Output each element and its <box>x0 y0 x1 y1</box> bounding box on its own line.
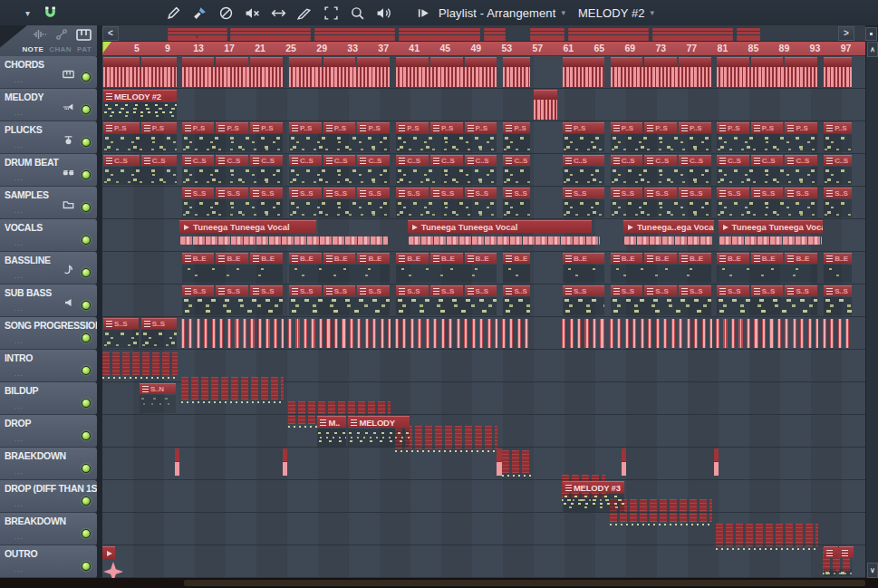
clip-menu-icon[interactable] <box>253 190 259 197</box>
clip-s-s[interactable]: S..SS..SS..S <box>716 188 818 218</box>
slash-icon[interactable] <box>217 5 235 22</box>
clip-menu-icon[interactable] <box>433 158 439 164</box>
clip-menu-icon[interactable] <box>399 158 405 164</box>
clip-b-e[interactable]: B..E <box>562 253 605 284</box>
scroll-up-icon[interactable]: ∧ <box>867 42 878 57</box>
clip-menu-icon[interactable] <box>218 255 225 262</box>
clip-menu-icon[interactable] <box>826 158 833 164</box>
clip-tallstripes[interactable] <box>562 319 605 348</box>
clip-b-e[interactable]: B..EB..EB..E <box>395 253 497 284</box>
clip-star[interactable] <box>102 546 115 577</box>
clip-menu-icon[interactable] <box>826 125 833 131</box>
clip-menu-icon[interactable] <box>106 321 112 327</box>
clip-menu-icon[interactable] <box>185 158 191 164</box>
clip-menu-icon[interactable] <box>565 125 572 131</box>
clip-c-s[interactable]: C..S <box>502 155 530 186</box>
track-breakdown[interactable]: BREAKDOWN... <box>0 513 97 545</box>
playlist-speaker-icon[interactable] <box>416 5 431 21</box>
clip-menu-icon[interactable] <box>433 190 439 197</box>
clip-menu-icon[interactable] <box>326 158 333 164</box>
clip-menu-icon[interactable] <box>787 190 794 197</box>
clip-menu-icon[interactable] <box>360 255 366 262</box>
clip-stripes[interactable] <box>288 57 391 88</box>
clip-menu-icon[interactable] <box>144 321 150 327</box>
clip-menu-icon[interactable] <box>506 158 512 164</box>
waveform-icon[interactable] <box>33 28 47 44</box>
overview-scroll-strip[interactable]: < > <box>102 25 865 42</box>
view-dropdown-caret-icon[interactable]: ▾ <box>561 8 565 17</box>
snap-magnet-icon[interactable] <box>43 5 58 21</box>
track-chords[interactable]: CHORDS... <box>0 56 97 89</box>
grid-row-braekdown[interactable] <box>102 448 865 480</box>
clip-menu-icon[interactable] <box>681 125 688 131</box>
clip-s-s[interactable]: S..S <box>102 318 140 349</box>
clip-stripes[interactable] <box>610 57 712 88</box>
clip-stripes[interactable] <box>562 57 605 88</box>
clip-c-s[interactable]: C..SC..SC..S <box>288 155 391 186</box>
clip-menu-icon[interactable] <box>292 255 298 262</box>
track-led[interactable] <box>82 203 91 212</box>
clip-tuneega-tuneega-vocal[interactable]: Tuneega Tuneega Vocal <box>719 220 824 251</box>
clip-menu-icon[interactable] <box>185 255 191 262</box>
clip-menu-icon[interactable] <box>613 158 620 164</box>
clip-thin[interactable] <box>283 448 287 479</box>
clip-menu-icon[interactable] <box>647 158 653 164</box>
arrangement-overview[interactable] <box>168 26 770 41</box>
clip-b-e[interactable]: B..EB..EB..E <box>716 253 818 284</box>
clip-stripes[interactable] <box>102 57 178 88</box>
clip-menu-icon[interactable] <box>468 158 474 164</box>
clip-menu-icon[interactable] <box>253 288 259 294</box>
clip-p-s[interactable]: P..SP..S <box>102 122 178 153</box>
clip-p-s[interactable]: P..SP..SP..S <box>716 122 818 153</box>
link-icon[interactable] <box>55 28 68 44</box>
horizontal-scrollbar[interactable] <box>0 578 878 588</box>
piano-icon[interactable] <box>76 28 92 44</box>
track-led[interactable] <box>82 236 91 245</box>
clip-menu-icon[interactable] <box>433 255 439 262</box>
clip-menu-icon[interactable] <box>185 125 191 131</box>
clip-p-s[interactable]: P..S <box>562 122 605 153</box>
clip-menu-icon[interactable] <box>253 125 259 131</box>
volume-icon[interactable] <box>375 5 392 22</box>
track-led[interactable] <box>82 464 91 473</box>
clip-menu-icon[interactable] <box>719 158 726 164</box>
clip-menu-icon[interactable] <box>142 386 149 392</box>
clip-p-s[interactable]: P..SP..SP..S <box>288 122 391 153</box>
clip-s-s[interactable]: S..SS..SS..S <box>288 188 391 218</box>
clip-menu-icon[interactable] <box>719 288 726 294</box>
clip-menu-icon[interactable] <box>292 190 298 197</box>
clip-c-s[interactable]: C..SC..SC..S <box>181 155 284 186</box>
marquee-icon[interactable] <box>323 5 340 22</box>
clip-menu-icon[interactable] <box>433 288 439 294</box>
clip-stripes[interactable] <box>395 57 497 88</box>
clip-p-s[interactable]: P..SP..SP..S <box>610 122 712 153</box>
clip-menu-icon[interactable] <box>360 125 366 131</box>
clip-menu-icon[interactable] <box>399 288 405 294</box>
clip-menu-icon[interactable] <box>613 125 620 131</box>
clip-thin[interactable] <box>497 448 501 479</box>
clip-menu-icon[interactable] <box>326 190 333 197</box>
grid-row-drop[interactable] <box>102 415 865 448</box>
clip-menu-icon[interactable] <box>433 125 439 131</box>
clip-tallstripes[interactable] <box>395 319 497 348</box>
track-drop[interactable]: DROP... <box>0 415 97 448</box>
clip-thin[interactable] <box>622 448 626 479</box>
clip-s-s[interactable]: S..S <box>823 188 853 218</box>
clip-s-s[interactable]: S..SS..SS..S <box>395 285 497 316</box>
clip-menu-icon[interactable] <box>253 255 259 262</box>
track-bassline[interactable]: BASSLINE... <box>0 252 97 284</box>
track-led[interactable] <box>82 170 91 179</box>
clip-menu-icon[interactable] <box>468 125 474 131</box>
playlist-options-button[interactable] <box>865 27 877 41</box>
clip-menu-icon[interactable] <box>506 190 512 197</box>
clip-menu-icon[interactable] <box>399 190 405 197</box>
clip-m-[interactable]: M.. <box>316 416 347 447</box>
clip-b-e[interactable]: B..EB..EB..E <box>181 253 284 284</box>
grid-row-drop-diff-than-1s-[interactable] <box>102 480 865 513</box>
clip-menu-icon[interactable] <box>565 485 572 491</box>
clip-tallstripes[interactable] <box>502 319 530 348</box>
clip-menu-icon[interactable] <box>326 288 333 294</box>
clip-menu-icon[interactable] <box>185 190 191 197</box>
track-samples[interactable]: SAMPLES... <box>0 187 97 219</box>
track-led[interactable] <box>82 366 91 375</box>
